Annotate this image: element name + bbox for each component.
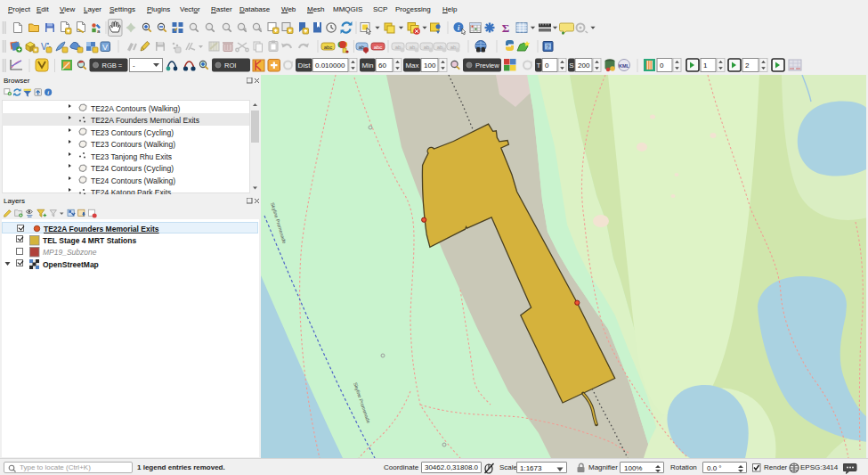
svg-text:a: a (97, 29, 101, 34)
svg-text:i: i (47, 89, 49, 95)
svg-text:100: 100 (424, 61, 436, 70)
svg-text:T: T (537, 61, 541, 70)
svg-text:ab: ab (450, 45, 457, 50)
svg-text:abc: abc (374, 45, 383, 50)
svg-text:Preview: Preview (475, 61, 499, 70)
svg-text:Σ: Σ (502, 21, 510, 35)
svg-text:ab: ab (424, 45, 430, 50)
svg-text:ab: ab (395, 45, 402, 50)
svg-text:KML: KML (619, 63, 630, 69)
svg-text:V: V (102, 43, 108, 52)
svg-text:-: - (133, 61, 135, 70)
svg-text:Min: Min (362, 61, 374, 70)
svg-text:ROI: ROI (224, 61, 236, 70)
svg-text:RGB =: RGB = (102, 61, 123, 70)
svg-text:0: 0 (660, 61, 664, 70)
svg-text:ab: ab (410, 45, 416, 50)
svg-text:0: 0 (545, 61, 549, 70)
svg-text:Max: Max (405, 61, 418, 70)
svg-text:Dist: Dist (298, 61, 312, 70)
svg-text:ab: ab (437, 45, 443, 50)
svg-text:2: 2 (745, 61, 750, 70)
svg-text:0.010000: 0.010000 (315, 61, 345, 70)
svg-text:60: 60 (378, 61, 386, 70)
svg-text:200: 200 (578, 61, 590, 70)
svg-text:abc: abc (324, 45, 333, 50)
svg-text:S: S (569, 61, 573, 70)
svg-text:1: 1 (703, 61, 708, 70)
svg-text:?: ? (547, 44, 550, 50)
